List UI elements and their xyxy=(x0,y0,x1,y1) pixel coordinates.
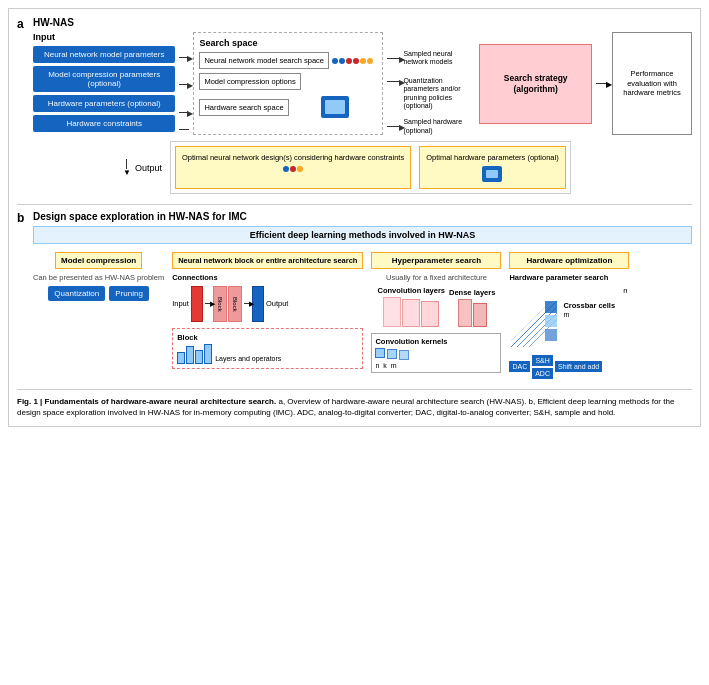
layers-label: Layers and operators xyxy=(215,355,281,363)
input-to-ss-arrows: ▶ ▶ ▶ xyxy=(179,32,189,135)
kernel-label: Convolution kernels xyxy=(375,337,497,346)
arrow-row-2: ▶ Sampled hardware (optional) xyxy=(387,118,475,135)
arrow-row-1: ▶ Quantization parameters and/or pruning… xyxy=(387,77,475,111)
nn-blocks-row: Input ▶ Block Block ▶ Output xyxy=(172,286,363,322)
perf-eval-box: Performance evaluation with hardware met… xyxy=(612,32,692,135)
kernel-box: Convolution kernels n k m xyxy=(371,333,501,373)
section-a: a HW-NAS Input Neural network model para… xyxy=(17,17,692,194)
col-nn-search: Neural network block or entire architect… xyxy=(172,252,363,369)
nn-input-rect xyxy=(191,286,203,322)
crossbar-label: Crossbar cells xyxy=(563,301,615,310)
svg-rect-7 xyxy=(545,329,557,341)
input-box-2: Hardware parameters (optional) xyxy=(33,95,175,112)
hw-components-row: DAC S&H ADC Shift and add xyxy=(509,355,629,379)
search-strategy-box: Search strategy (algorithm) xyxy=(479,44,592,124)
ss-item-0: Neural network model search space xyxy=(199,52,329,69)
arrow-row-0: ▶ Sampled neural network models xyxy=(387,50,475,67)
dense-rect-2 xyxy=(473,303,487,327)
chip-icon xyxy=(321,96,349,118)
ss-row-2: Hardware search space xyxy=(199,94,377,120)
output-box-0-text: Optimal neural network design(s) conside… xyxy=(182,153,404,163)
col4-header: Hardware optimization xyxy=(509,252,629,269)
sh-adc-col: S&H ADC xyxy=(532,355,553,379)
col-model-compression: Model compression Can be presented as HW… xyxy=(33,252,164,301)
ss-to-strategy-arrows: ▶ Sampled neural network models ▶ Quanti… xyxy=(387,32,475,135)
conv-sq-2 xyxy=(402,299,420,327)
block-label: Block xyxy=(177,333,358,342)
output-chip-icon xyxy=(482,166,502,182)
input-col-label: Input xyxy=(33,32,175,42)
col1-header: Model compression xyxy=(55,252,142,269)
input-box-3: Hardware constraints xyxy=(33,115,175,132)
output-label: Output xyxy=(135,163,162,173)
n-label: n xyxy=(509,286,627,295)
input-box-1: Model compression parameters (optional) xyxy=(33,66,175,92)
svg-rect-6 xyxy=(545,315,557,327)
search-strategy-label: Search strategy (algorithm) xyxy=(486,73,585,95)
block-detail-box: Block Layers and operators xyxy=(172,328,363,369)
block-layers-row: Layers and operators xyxy=(177,344,358,364)
layer-bar-1 xyxy=(177,352,185,364)
sa-left: Input Neural network model parameters Mo… xyxy=(33,32,175,135)
output-box-1-text: Optimal hardware parameters (optional) xyxy=(426,153,559,163)
sa-main: Input Neural network model parameters Mo… xyxy=(33,32,692,135)
arrow-label-1: Quantization parameters and/or pruning p… xyxy=(403,77,475,111)
search-space-box: Search space Neural network model search… xyxy=(193,32,383,135)
col3-header: Hyperparameter search xyxy=(371,252,501,269)
kernel-m: m xyxy=(391,362,397,369)
conv-col: Convolution layers xyxy=(378,286,446,327)
caption: Fig. 1 | Fundamentals of hardware-aware … xyxy=(17,389,692,418)
kernel-dims: n k m xyxy=(375,362,497,369)
dot-red-2 xyxy=(353,58,359,64)
output-row: ▼ Output Optimal neural network design(s… xyxy=(123,141,692,194)
col1-bottom: Quantization Pruning xyxy=(48,286,149,301)
block-2: Block xyxy=(228,286,242,322)
output-nn-icon xyxy=(182,166,404,172)
dac-col: DAC xyxy=(509,361,530,372)
dot-blue-2 xyxy=(339,58,345,64)
crossbar-diagram xyxy=(509,299,559,349)
nn-output-label: Output xyxy=(266,299,289,308)
output-boxes: Optimal neural network design(s) conside… xyxy=(170,141,571,194)
dot-yellow-2 xyxy=(367,58,373,64)
conv-stack xyxy=(383,297,439,327)
col1-note: Can be presented as HW-NAS problem xyxy=(33,273,164,282)
layer-bar-4 xyxy=(204,344,212,364)
hw-param-label: Hardware parameter search xyxy=(509,273,629,282)
section-b-title: Design space exploration in HW-NAS for I… xyxy=(33,211,692,222)
down-arrow-strategy: ▼ xyxy=(123,159,131,177)
adc-box: ADC xyxy=(532,368,553,379)
dot-blue-1 xyxy=(332,58,338,64)
crossbar-labels: Crossbar cells m xyxy=(563,301,615,318)
connections-label: Connections xyxy=(172,273,363,282)
input-box-0: Neural network model parameters xyxy=(33,46,175,63)
nn-icon xyxy=(332,58,373,64)
caption-bold: Fig. 1 | Fundamentals of hardware-aware … xyxy=(17,397,276,406)
ss-item-1: Model compression options xyxy=(199,73,300,90)
arrow-label-0: Sampled neural network models xyxy=(403,50,475,67)
arrow-label-2: Sampled hardware (optional) xyxy=(403,118,475,135)
dense-col: Dense layers xyxy=(449,288,495,327)
kernel-k: k xyxy=(383,362,387,369)
strategy-to-perf-arrow: ▶ xyxy=(596,83,608,84)
quantization-box: Quantization xyxy=(48,286,105,301)
m-label: m xyxy=(563,311,569,318)
caption-text-a: a, Overview of hardware-aware neural arc… xyxy=(276,397,526,406)
output-area: Output Optimal neural network design(s) … xyxy=(135,141,571,194)
conv-sq-3 xyxy=(421,301,439,327)
input-boxes: Neural network model parameters Model co… xyxy=(33,46,175,132)
ss-row-1: Model compression options xyxy=(199,73,377,90)
section-b-cols: Model compression Can be presented as HW… xyxy=(33,252,692,379)
dot-red-1 xyxy=(346,58,352,64)
kernel-grid xyxy=(375,348,497,360)
col-hardware: Hardware optimization Hardware parameter… xyxy=(509,252,629,379)
dense-label: Dense layers xyxy=(449,288,495,297)
dot-yellow-1 xyxy=(360,58,366,64)
kernel-n: n xyxy=(375,362,379,369)
pruning-box: Pruning xyxy=(109,286,149,301)
conv-dense-row: Convolution layers Dense layers xyxy=(371,286,501,327)
col3-note: Usually for a fixed architecture xyxy=(371,273,501,282)
section-a-label: a xyxy=(17,17,29,31)
output-box-1: Optimal hardware parameters (optional) xyxy=(419,146,566,189)
sh-box: S&H xyxy=(532,355,553,366)
